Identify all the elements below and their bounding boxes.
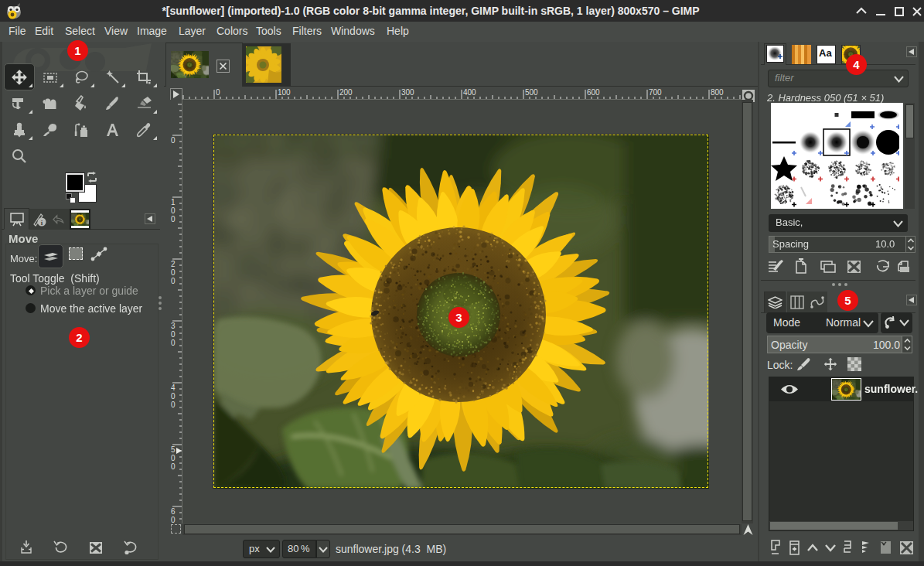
svg-text:0: 0 <box>171 392 176 401</box>
svg-text:5: 5 <box>171 445 176 454</box>
svg-text:0: 0 <box>171 215 176 223</box>
svg-text:0: 0 <box>216 88 220 97</box>
svg-text:0: 0 <box>171 454 176 462</box>
svg-text:4: 4 <box>171 384 176 392</box>
svg-text:400: 400 <box>463 88 476 97</box>
svg-text:500: 500 <box>525 88 538 97</box>
svg-text:6: 6 <box>171 507 176 516</box>
svg-text:0: 0 <box>171 136 176 145</box>
svg-text:0: 0 <box>171 330 176 339</box>
svg-text:200: 200 <box>339 88 353 97</box>
svg-text:0: 0 <box>171 206 176 215</box>
svg-text:0: 0 <box>171 268 176 277</box>
svg-text:1: 1 <box>171 198 176 206</box>
svg-text:0: 0 <box>171 516 176 523</box>
svg-text:3: 3 <box>171 322 176 330</box>
svg-text:0: 0 <box>171 339 176 347</box>
svg-text:600: 600 <box>587 88 600 97</box>
svg-text:700: 700 <box>649 88 662 97</box>
svg-text:0: 0 <box>171 462 176 471</box>
svg-text:300: 300 <box>401 88 414 97</box>
svg-text:100: 100 <box>278 88 291 97</box>
svg-text:800: 800 <box>711 88 724 97</box>
svg-text:0: 0 <box>171 277 176 285</box>
svg-text:0: 0 <box>171 401 176 409</box>
svg-text:2: 2 <box>171 260 176 268</box>
